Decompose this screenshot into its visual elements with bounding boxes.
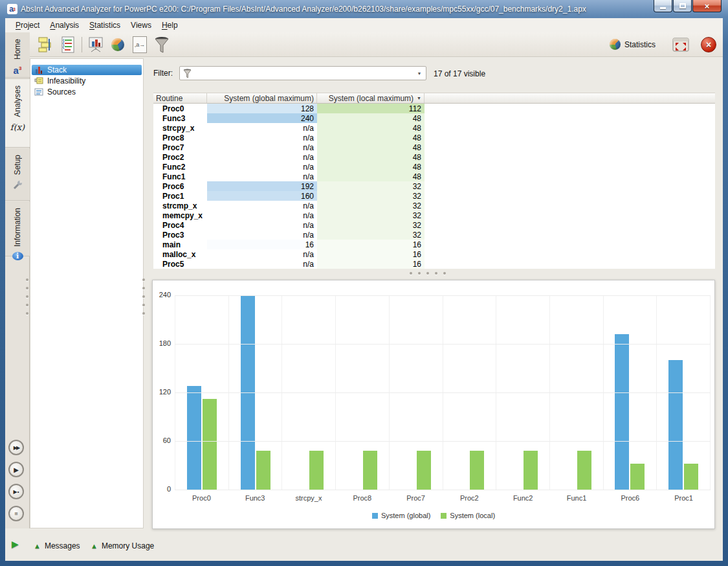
tab-home[interactable]: Home a3 <box>5 32 30 78</box>
global-max-value: n/a <box>207 249 317 259</box>
table-row[interactable]: main1616 <box>153 240 715 249</box>
run-step-button[interactable]: ▶• <box>8 484 24 499</box>
bar-Proc2 <box>470 451 484 490</box>
table-row[interactable]: Proc116032 <box>153 191 715 201</box>
close-button[interactable]: × <box>692 0 722 12</box>
transport-controls: ▶▶▶▶•■ <box>8 440 27 528</box>
x-axis-label: Proc1 <box>657 494 711 502</box>
x-axis-label: Proc8 <box>335 494 389 502</box>
stop-icon: ■ <box>14 510 17 517</box>
table-row[interactable]: Func1n/a48 <box>153 172 715 181</box>
menu-item-help[interactable]: Help <box>157 19 183 32</box>
close-view-button[interactable]: × <box>701 37 716 52</box>
routine-name: Proc2 <box>153 152 207 162</box>
tab-setup[interactable]: Setup <box>5 148 30 201</box>
menu-item-views[interactable]: Views <box>126 19 157 32</box>
fullscreen-button[interactable] <box>672 38 689 52</box>
table-row[interactable]: Proc0128112 <box>153 104 715 113</box>
routine-name: Proc3 <box>153 230 207 240</box>
table-row[interactable]: strcpy_xn/a48 <box>153 123 715 133</box>
x-axis-label: Proc0 <box>175 494 228 502</box>
x-axis-label: Func3 <box>228 494 282 502</box>
routine-name: Func2 <box>153 162 207 172</box>
table-row[interactable]: Proc2n/a48 <box>153 152 715 162</box>
bar-Proc6 <box>615 334 629 490</box>
minimize-button[interactable] <box>654 0 672 12</box>
stack-view-icon <box>34 65 43 74</box>
local-max-value: 32 <box>317 181 425 191</box>
column-header-global[interactable]: System (global maximum) <box>207 93 317 103</box>
legend-swatch-icon <box>441 513 447 519</box>
local-max-value: 32 <box>317 210 425 220</box>
splitter-handle-panel[interactable] <box>142 278 146 315</box>
call-graph-button[interactable] <box>36 35 56 54</box>
local-max-value: 48 <box>317 123 425 133</box>
run-all-button[interactable]: ▶▶ <box>8 440 24 455</box>
menu-item-project[interactable]: Project <box>10 19 45 32</box>
global-max-value: n/a <box>207 230 317 240</box>
triangle-up-icon: ▲ <box>91 542 98 550</box>
routine-name: strcmp_x <box>153 201 207 210</box>
toolbar-separator <box>82 37 82 52</box>
splitter-handle-chart[interactable] <box>410 272 446 276</box>
titlebar[interactable]: a3 AbsInt Advanced Analyzer for PowerPC … <box>0 0 728 18</box>
bar-Proc0 <box>203 399 217 490</box>
messages-toggle[interactable]: ▲ Messages <box>34 541 80 550</box>
view-item-sources[interactable]: Sources <box>32 87 142 97</box>
column-header-routine[interactable]: Routine <box>153 93 207 103</box>
x-axis-label: Proc7 <box>389 494 443 502</box>
table-row[interactable]: Proc3n/a32 <box>153 230 715 240</box>
export-values-button[interactable]: ,a→ <box>130 35 149 54</box>
global-max-value: 192 <box>207 181 317 191</box>
run-button[interactable]: ▶ <box>8 462 24 477</box>
run-icon: ▶ <box>14 466 19 473</box>
table-row[interactable]: memcpy_xn/a32 <box>153 210 715 220</box>
table-row[interactable]: Proc619232 <box>153 181 715 191</box>
filter-combobox[interactable]: ▼ <box>179 66 426 80</box>
stack-chart-button[interactable] <box>86 35 105 54</box>
global-max-value: n/a <box>207 123 317 133</box>
table-row[interactable]: strcmp_xn/a32 <box>153 201 715 210</box>
local-max-value: 16 <box>317 249 425 259</box>
pie-chart-button[interactable] <box>108 35 127 54</box>
open-messages-icon[interactable]: ▶ <box>12 539 19 549</box>
chart-plot-area <box>175 295 711 490</box>
table-row[interactable]: Proc7n/a48 <box>153 142 715 152</box>
x-axis-label: strcpy_x <box>282 494 336 502</box>
table-row[interactable]: Proc4n/a32 <box>153 220 715 230</box>
table-row[interactable]: Proc5n/a16 <box>153 259 715 269</box>
local-max-value: 32 <box>317 191 425 201</box>
column-header-local[interactable]: System (local maximum)▼ <box>317 93 425 103</box>
chevron-down-icon[interactable]: ▼ <box>413 67 426 80</box>
menu-item-statistics[interactable]: Statistics <box>84 19 126 32</box>
local-max-value: 16 <box>317 259 425 269</box>
routine-name: Proc4 <box>153 220 207 230</box>
table-row[interactable]: malloc_xn/a16 <box>153 249 715 259</box>
memory-usage-toggle[interactable]: ▲ Memory Usage <box>91 541 154 550</box>
statistics-button[interactable]: Statistics <box>624 40 656 49</box>
view-item-infeasibility[interactable]: Infeasibility <box>32 76 142 86</box>
global-max-value: n/a <box>207 152 317 162</box>
report-list-icon <box>60 36 76 53</box>
routine-name: Proc7 <box>153 142 207 152</box>
table-row[interactable]: Func2n/a48 <box>153 162 715 172</box>
filter-button[interactable] <box>152 35 171 54</box>
maximize-button[interactable] <box>673 0 692 12</box>
menu-item-analysis[interactable]: Analysis <box>45 19 84 32</box>
x-axis-label: Proc6 <box>603 494 657 502</box>
absint-logo-icon: a3 <box>14 65 22 76</box>
sort-desc-icon: ▼ <box>417 96 421 100</box>
tab-information[interactable]: Information i <box>5 201 30 256</box>
global-max-value: 16 <box>207 240 317 249</box>
filter-input[interactable] <box>192 67 413 79</box>
table-row[interactable]: Proc8n/a48 <box>153 133 715 142</box>
tab-analyses[interactable]: Analyses f(x) <box>5 78 30 148</box>
report-button[interactable] <box>58 35 78 54</box>
table-row[interactable]: Func324048 <box>153 113 715 123</box>
splitter-handle-left[interactable] <box>26 278 30 315</box>
export-icon: ,a→ <box>133 36 147 53</box>
client-area: ProjectAnalysisStatisticsViewsHelp <box>5 18 723 561</box>
global-max-value: 240 <box>207 113 317 123</box>
stop-button[interactable]: ■ <box>8 506 24 521</box>
view-item-stack[interactable]: Stack <box>32 65 142 75</box>
